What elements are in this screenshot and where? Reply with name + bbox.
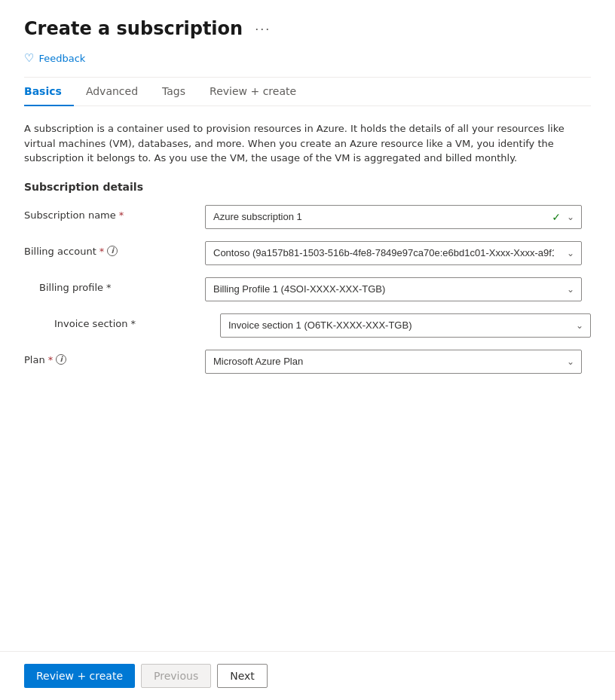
billing-account-select[interactable]: Contoso (9a157b81-1503-516b-4fe8-7849e97… bbox=[205, 241, 582, 265]
required-marker: * bbox=[48, 354, 54, 365]
plan-control: Microsoft Azure Plan ⌄ bbox=[205, 350, 582, 374]
tab-tags[interactable]: Tags bbox=[150, 78, 197, 106]
tab-review-create[interactable]: Review + create bbox=[197, 78, 308, 106]
billing-indent-group: Billing profile * Billing Profile 1 (4SO… bbox=[39, 277, 591, 338]
billing-account-label: Billing account * i bbox=[24, 241, 205, 257]
required-marker: * bbox=[119, 209, 124, 221]
billing-account-group: Billing account * i Contoso (9a157b81-15… bbox=[24, 241, 591, 265]
billing-profile-select[interactable]: Billing Profile 1 (4SOI-XXXX-XXX-TGB) bbox=[205, 277, 582, 301]
invoice-section-select[interactable]: Invoice section 1 (O6TK-XXXX-XXX-TGB) bbox=[220, 313, 591, 338]
tab-advanced[interactable]: Advanced bbox=[74, 78, 150, 106]
subscription-name-label: Subscription name * bbox=[24, 205, 205, 221]
section-title: Subscription details bbox=[24, 181, 591, 193]
required-marker: * bbox=[99, 246, 105, 257]
subscription-name-control: Azure subscription 1 ✓ ⌄ bbox=[205, 205, 582, 229]
plan-info-icon[interactable]: i bbox=[56, 354, 66, 365]
plan-label: Plan * i bbox=[24, 350, 205, 365]
plan-select[interactable]: Microsoft Azure Plan bbox=[205, 350, 582, 374]
review-create-button[interactable]: Review + create bbox=[24, 664, 135, 688]
plan-group: Plan * i Microsoft Azure Plan ⌄ bbox=[24, 350, 591, 374]
billing-profile-control: Billing Profile 1 (4SOI-XXXX-XXX-TGB) ⌄ bbox=[205, 277, 582, 301]
previous-button[interactable]: Previous bbox=[141, 664, 211, 688]
required-marker: * bbox=[106, 282, 112, 293]
ellipsis-menu-button[interactable]: ··· bbox=[252, 20, 274, 38]
subscription-name-group: Subscription name * Azure subscription 1… bbox=[24, 205, 591, 229]
subscription-name-select[interactable]: Azure subscription 1 bbox=[205, 205, 582, 229]
next-button[interactable]: Next bbox=[217, 664, 268, 688]
tab-basics[interactable]: Basics bbox=[24, 78, 74, 106]
invoice-indent-group: Invoice section * Invoice section 1 (O6T… bbox=[54, 313, 591, 338]
billing-account-control: Contoso (9a157b81-1503-516b-4fe8-7849e97… bbox=[205, 241, 582, 265]
invoice-section-group: Invoice section * Invoice section 1 (O6T… bbox=[54, 313, 591, 338]
billing-profile-label: Billing profile * bbox=[39, 277, 205, 293]
required-marker: * bbox=[130, 318, 136, 329]
billing-profile-group: Billing profile * Billing Profile 1 (4SO… bbox=[39, 277, 591, 301]
page-title: Create a subscription bbox=[24, 18, 243, 39]
tabs-row: Basics Advanced Tags Review + create bbox=[24, 78, 591, 106]
feedback-link[interactable]: ♡ Feedback bbox=[24, 51, 591, 65]
footer: Review + create Previous Next bbox=[0, 651, 615, 700]
description-text: A subscription is a container used to pr… bbox=[24, 121, 591, 166]
invoice-section-label: Invoice section * bbox=[54, 313, 220, 329]
billing-account-info-icon[interactable]: i bbox=[107, 246, 118, 256]
invoice-section-control: Invoice section 1 (O6TK-XXXX-XXX-TGB) ⌄ bbox=[220, 313, 591, 338]
feedback-label: Feedback bbox=[38, 53, 85, 64]
heart-icon: ♡ bbox=[24, 51, 34, 65]
